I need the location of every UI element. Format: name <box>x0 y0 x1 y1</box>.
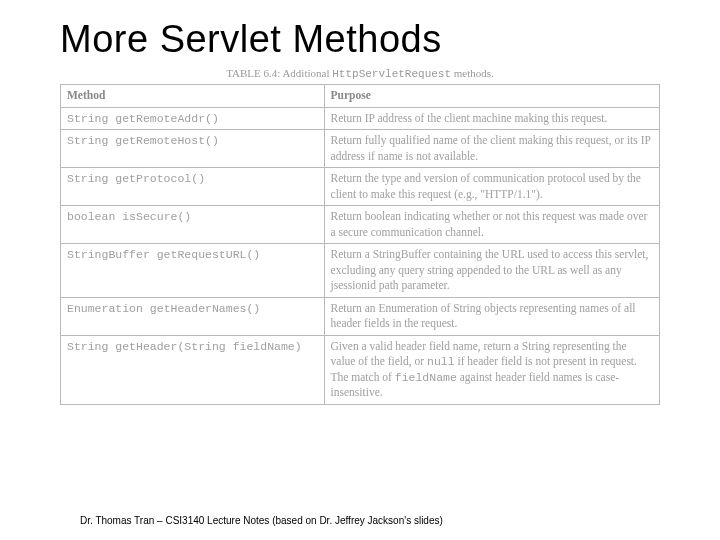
table-row: String getHeader(String fieldName)Given … <box>61 335 660 404</box>
method-cell: String getProtocol() <box>61 168 325 206</box>
method-signature: getRequestURL() <box>157 248 261 261</box>
table-row: Enumeration getHeaderNames()Return an En… <box>61 297 660 335</box>
method-cell: String getRemoteHost() <box>61 130 325 168</box>
method-cell: Enumeration getHeaderNames() <box>61 297 325 335</box>
purpose-cell: Return the type and version of communica… <box>324 168 659 206</box>
table-row: StringBuffer getRequestURL()Return a Str… <box>61 244 660 298</box>
method-cell: String getRemoteAddr() <box>61 107 325 130</box>
method-signature: getHeader(String fieldName) <box>115 340 301 353</box>
table-caption: TABLE 6.4: Additional HttpServletRequest… <box>60 67 660 80</box>
method-return-type: String <box>67 340 115 353</box>
method-signature: getHeaderNames() <box>150 302 260 315</box>
purpose-cell: Return a StringBuffer containing the URL… <box>324 244 659 298</box>
purpose-cell: Return fully qualified name of the clien… <box>324 130 659 168</box>
caption-text: Additional <box>282 67 332 79</box>
page-title: More Servlet Methods <box>60 18 660 61</box>
method-signature: getRemoteHost() <box>115 134 219 147</box>
inline-code: fieldName <box>395 371 457 384</box>
method-signature: getProtocol() <box>115 172 205 185</box>
method-signature: getRemoteAddr() <box>115 112 219 125</box>
purpose-cell: Return IP address of the client machine … <box>324 107 659 130</box>
caption-label: TABLE 6.4: <box>226 67 280 79</box>
method-return-type: String <box>67 134 115 147</box>
methods-table: Method Purpose String getRemoteAddr()Ret… <box>60 84 660 405</box>
purpose-cell: Given a valid header field name, return … <box>324 335 659 404</box>
inline-code: null <box>427 355 455 368</box>
caption-suffix: methods. <box>451 67 494 79</box>
purpose-cell: Return an Enumeration of String objects … <box>324 297 659 335</box>
method-return-type: Enumeration <box>67 302 150 315</box>
method-signature: isSecure() <box>122 210 191 223</box>
method-cell: boolean isSecure() <box>61 206 325 244</box>
header-purpose: Purpose <box>324 85 659 108</box>
caption-mono: HttpServletRequest <box>332 68 451 80</box>
header-method: Method <box>61 85 325 108</box>
footer-text: Dr. Thomas Tran – CSI3140 Lecture Notes … <box>80 515 443 526</box>
purpose-cell: Return boolean indicating whether or not… <box>324 206 659 244</box>
table-header-row: Method Purpose <box>61 85 660 108</box>
method-return-type: boolean <box>67 210 122 223</box>
method-cell: String getHeader(String fieldName) <box>61 335 325 404</box>
method-return-type: String <box>67 112 115 125</box>
method-return-type: StringBuffer <box>67 248 157 261</box>
table-row: String getProtocol()Return the type and … <box>61 168 660 206</box>
slide-content: More Servlet Methods TABLE 6.4: Addition… <box>0 0 720 405</box>
method-return-type: String <box>67 172 115 185</box>
table-row: boolean isSecure()Return boolean indicat… <box>61 206 660 244</box>
table-row: String getRemoteHost()Return fully quali… <box>61 130 660 168</box>
method-cell: StringBuffer getRequestURL() <box>61 244 325 298</box>
table-row: String getRemoteAddr()Return IP address … <box>61 107 660 130</box>
